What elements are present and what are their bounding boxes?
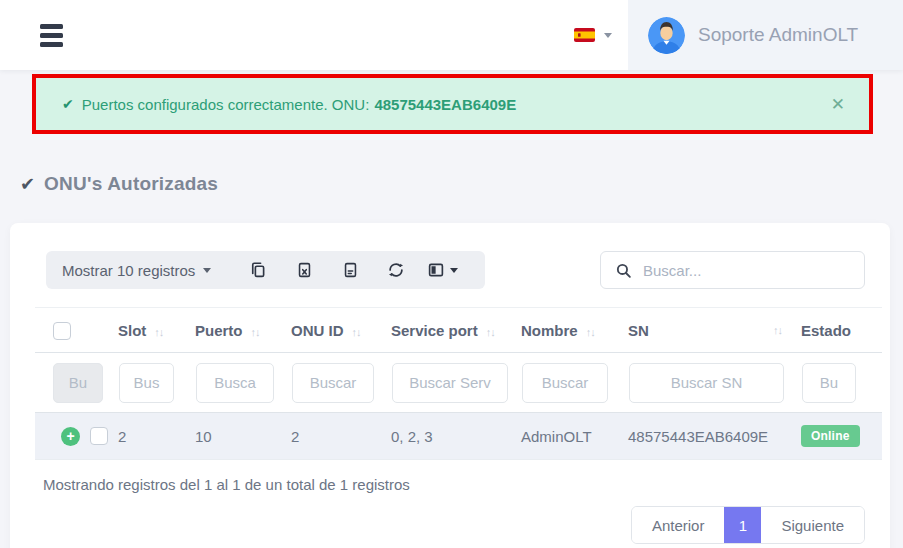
table-row: + 2 10 2 0, 2, 3 AdminOLT 48575443EAB640… <box>35 413 882 460</box>
sort-icon: ↑↓ <box>154 326 163 338</box>
search-container <box>600 251 865 289</box>
column-header-estado: Estado <box>788 308 882 353</box>
search-input[interactable] <box>643 262 850 279</box>
close-icon[interactable]: ✕ <box>831 96 845 113</box>
topbar-right: Soporte AdminOLT <box>574 0 903 70</box>
refresh-icon[interactable] <box>373 251 419 289</box>
column-header-puerto[interactable]: Puerto↑↓ <box>182 308 278 353</box>
column-header-onu-id[interactable]: ONU ID↑↓ <box>278 308 378 353</box>
sort-icon: ↑↓ <box>251 326 260 338</box>
user-menu[interactable]: Soporte AdminOLT <box>628 0 903 70</box>
chevron-down-icon <box>604 33 612 38</box>
columns-icon[interactable] <box>419 251 465 289</box>
cell-sn: 48575443EAB6409E <box>615 413 788 460</box>
filter-input-service-port[interactable] <box>392 363 508 403</box>
records-info: Mostrando registros del 1 al 1 de un tot… <box>43 476 890 493</box>
alert-onu-sn: 48575443EAB6409E <box>374 96 516 113</box>
pagination-current-page[interactable]: 1 <box>724 507 761 543</box>
filter-input-estado[interactable] <box>802 363 856 403</box>
sort-icon: ↑↓ <box>586 326 595 338</box>
cell-slot: 2 <box>105 413 182 460</box>
pagination: Anterior 1 Siguiente <box>631 506 865 544</box>
column-header-service-port[interactable]: Service port↑↓ <box>378 308 508 353</box>
column-header-nombre[interactable]: Nombre↑↓ <box>508 308 615 353</box>
table-toolbar: Mostrar 10 registros <box>46 251 865 289</box>
onu-table: Slot↑↓ Puerto↑↓ ONU ID↑↓ Service port↑↓ … <box>35 307 882 460</box>
alert-message: Puertos configurados correctamente. ONU: <box>82 96 370 113</box>
expand-row-icon[interactable]: + <box>61 427 80 446</box>
filter-input-sn[interactable] <box>629 363 784 403</box>
sort-icon: ↑↓ <box>352 326 361 338</box>
chevron-down-icon <box>450 268 458 273</box>
cell-onu-id: 2 <box>278 413 378 460</box>
chevron-down-icon <box>203 268 211 273</box>
cell-puerto: 10 <box>182 413 278 460</box>
user-name: Soporte AdminOLT <box>698 24 858 46</box>
spain-flag-icon <box>574 28 595 42</box>
filter-input-nombre[interactable] <box>522 363 608 403</box>
sort-icon: ↑↓ <box>486 326 495 338</box>
cell-nombre: AdminOLT <box>508 413 615 460</box>
sort-icon: ↑↓ <box>773 324 782 336</box>
success-alert: ✔ Puertos configurados correctamente. ON… <box>32 74 873 134</box>
pagination-next-button[interactable]: Siguiente <box>761 507 864 543</box>
page-title: ✔ ONU's Autorizadas <box>20 172 903 196</box>
search-icon <box>615 262 632 279</box>
row-checkbox[interactable] <box>90 427 108 445</box>
filter-input-select <box>53 363 103 403</box>
pagination-row: Anterior 1 Siguiente <box>10 506 865 544</box>
pagination-prev-button[interactable]: Anterior <box>632 507 725 543</box>
avatar <box>648 17 685 54</box>
top-header: Soporte AdminOLT <box>0 0 903 70</box>
column-header-slot[interactable]: Slot↑↓ <box>105 308 182 353</box>
language-selector[interactable] <box>574 28 612 42</box>
page-length-dropdown[interactable]: Mostrar 10 registros <box>62 262 211 279</box>
table-buttons-group: Mostrar 10 registros <box>46 251 485 289</box>
cell-service-port: 0, 2, 3 <box>378 413 508 460</box>
excel-icon[interactable] <box>281 251 327 289</box>
hamburger-menu-icon[interactable] <box>40 20 63 51</box>
page-title-text: ONU's Autorizadas <box>44 173 218 195</box>
table-header-row: Slot↑↓ Puerto↑↓ ONU ID↑↓ Service port↑↓ … <box>35 308 882 353</box>
check-icon: ✔ <box>62 96 74 112</box>
filter-input-puerto[interactable] <box>196 363 274 403</box>
page-length-label: Mostrar 10 registros <box>62 262 195 279</box>
table-filter-row <box>35 353 882 413</box>
file-icon[interactable] <box>327 251 373 289</box>
filter-input-slot[interactable] <box>119 363 174 403</box>
filter-input-onu-id[interactable] <box>292 363 374 403</box>
select-all-checkbox[interactable] <box>53 322 71 340</box>
copy-icon[interactable] <box>235 251 281 289</box>
table-wrapper: Slot↑↓ Puerto↑↓ ONU ID↑↓ Service port↑↓ … <box>35 307 882 460</box>
onu-table-card: Mostrar 10 registros <box>10 223 890 548</box>
check-icon: ✔ <box>20 173 35 195</box>
column-header-sn[interactable]: SN↑↓ <box>615 308 788 353</box>
status-badge: Online <box>801 425 860 447</box>
